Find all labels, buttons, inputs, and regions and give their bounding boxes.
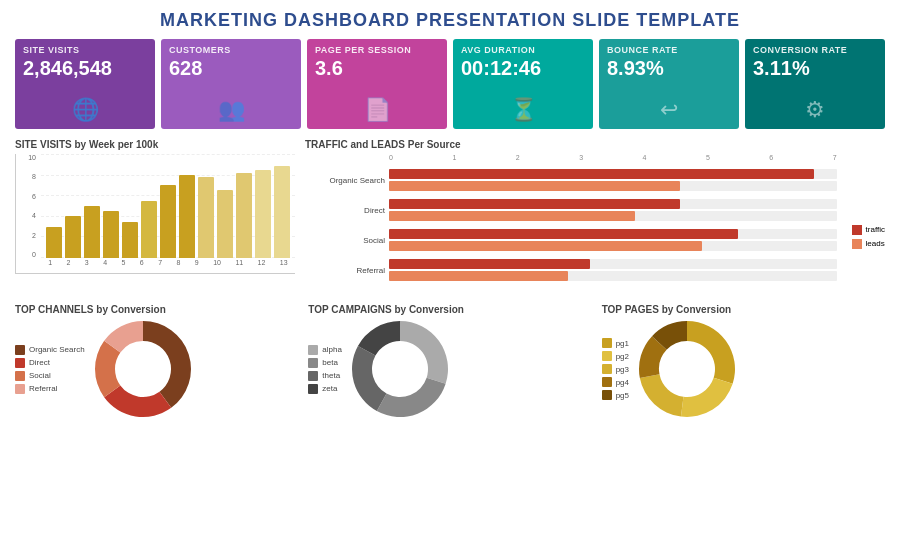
bar xyxy=(122,222,138,258)
h-bar-traffic-fill xyxy=(389,229,738,239)
page-title: MARKETING DASHBOARD PRESENTATION SLIDE T… xyxy=(15,10,885,31)
kpi-label: CONVERSION RATE xyxy=(753,45,877,55)
legend-label: theta xyxy=(322,371,340,380)
h-bar-traffic-track xyxy=(389,169,837,179)
kpi-card-site-visits: SITE VISITS 2,846,548 🌐 xyxy=(15,39,155,129)
h-bar-row: Direct xyxy=(305,199,837,221)
charts-row: SITE VISITS by Week per 100k 0246810 123… xyxy=(15,139,885,294)
donut-legend-item: Organic Search xyxy=(15,345,85,355)
y-label: 10 xyxy=(16,154,38,161)
kpi-card-conversion-rate: CONVERSION RATE 3.11% ⚙ xyxy=(745,39,885,129)
legend-color xyxy=(15,371,25,381)
x-label: 4 xyxy=(103,259,107,273)
legend-color xyxy=(15,358,25,368)
legend-label: traffic xyxy=(866,225,885,234)
h-bar-traffic-fill xyxy=(389,199,680,209)
legend-label: leads xyxy=(866,239,885,248)
donut-legend-item: pg4 xyxy=(602,377,629,387)
kpi-label: BOUNCE RATE xyxy=(607,45,731,55)
legend-color xyxy=(308,345,318,355)
h-axis-label: 1 xyxy=(452,154,456,161)
h-bar-label: Social xyxy=(305,236,385,245)
h-axis-label: 6 xyxy=(769,154,773,161)
donut-legend-item: theta xyxy=(308,371,342,381)
h-bar-label: Direct xyxy=(305,206,385,215)
y-label: 6 xyxy=(16,193,38,200)
h-bar-leads-fill xyxy=(389,211,635,221)
kpi-value: 00:12:46 xyxy=(461,57,585,79)
legend-color xyxy=(308,371,318,381)
h-bar-chart: Organic Search Direct Social xyxy=(305,164,837,294)
y-axis-labels: 0246810 xyxy=(16,154,38,258)
donut-legend: pg1 pg2 pg3 pg4 pg5 xyxy=(602,338,629,400)
bar-chart-section: SITE VISITS by Week per 100k 0246810 123… xyxy=(15,139,295,294)
h-bar-row: Referral xyxy=(305,259,837,281)
donut-container: pg1 pg2 pg3 pg4 pg5 xyxy=(602,319,885,419)
legend-label: pg2 xyxy=(616,352,629,361)
bar xyxy=(255,170,271,258)
donut-title: TOP CHANNELS by Conversion xyxy=(15,304,298,315)
legend-color-box xyxy=(852,225,862,235)
donut-legend-item: Referral xyxy=(15,384,85,394)
h-bar-chart-title: TRAFFIC and LEADS Per Source xyxy=(305,139,837,150)
bar-chart-bars xyxy=(41,154,295,258)
legend-label: zeta xyxy=(322,384,337,393)
kpi-card-page-per-session: PAGE PER SESSION 3.6 📄 xyxy=(307,39,447,129)
donut-legend-item: beta xyxy=(308,358,342,368)
legend-label: pg3 xyxy=(616,365,629,374)
donut-legend-item: pg3 xyxy=(602,364,629,374)
bar xyxy=(160,185,176,258)
donut-legend-item: zeta xyxy=(308,384,342,394)
x-label: 6 xyxy=(140,259,144,273)
bar xyxy=(198,177,214,258)
h-bar-traffic-fill xyxy=(389,169,814,179)
kpi-value: 8.93% xyxy=(607,57,731,79)
legend-label: beta xyxy=(322,358,338,367)
kpi-label: SITE VISITS xyxy=(23,45,147,55)
kpi-icon: ↩ xyxy=(660,97,678,123)
bar-chart-title: SITE VISITS by Week per 100k xyxy=(15,139,295,150)
legend-color xyxy=(15,345,25,355)
h-bar-leads-track xyxy=(389,241,837,251)
h-bar-leads-fill xyxy=(389,271,568,281)
legend-label: Social xyxy=(29,371,51,380)
bar xyxy=(274,166,290,258)
donut-svg xyxy=(637,319,737,419)
h-bar-leads-track xyxy=(389,271,837,281)
h-bar-chart-section: TRAFFIC and LEADS Per Source 01234567 Or… xyxy=(305,139,837,294)
bar-chart: 0246810 12345678910111213 xyxy=(15,154,295,274)
kpi-icon: ⚙ xyxy=(805,97,825,123)
h-bar-axis: 01234567 xyxy=(389,154,837,161)
donut-section-top-pages: TOP PAGES by Conversion pg1 pg2 pg3 pg4 … xyxy=(602,304,885,419)
legend-color-box xyxy=(852,239,862,249)
bar xyxy=(65,216,81,258)
kpi-label: PAGE PER SESSION xyxy=(315,45,439,55)
bar xyxy=(236,173,252,258)
traffic-legend-item: leads xyxy=(852,239,885,249)
legend-color xyxy=(602,338,612,348)
kpi-label: CUSTOMERS xyxy=(169,45,293,55)
x-label: 13 xyxy=(280,259,288,273)
donut-container: alpha beta theta zeta xyxy=(308,319,591,419)
h-bar-wrap xyxy=(389,259,837,281)
h-axis-label: 3 xyxy=(579,154,583,161)
legend-label: pg1 xyxy=(616,339,629,348)
legend-color xyxy=(602,377,612,387)
bar xyxy=(141,201,157,258)
legend-label: Organic Search xyxy=(29,345,85,354)
h-bar-leads-fill xyxy=(389,181,680,191)
x-label: 1 xyxy=(48,259,52,273)
legend-label: pg4 xyxy=(616,378,629,387)
donut-svg xyxy=(93,319,193,419)
donut-legend-item: pg5 xyxy=(602,390,629,400)
donut-legend: alpha beta theta zeta xyxy=(308,345,342,394)
x-axis-labels: 12345678910111213 xyxy=(41,259,295,273)
y-label: 8 xyxy=(16,173,38,180)
donut-svg xyxy=(350,319,450,419)
legend-color xyxy=(602,364,612,374)
x-label: 7 xyxy=(158,259,162,273)
donut-container: Organic Search Direct Social Referral xyxy=(15,319,298,419)
traffic-legend-item: traffic xyxy=(852,225,885,235)
kpi-card-customers: CUSTOMERS 628 👥 xyxy=(161,39,301,129)
h-bar-label: Organic Search xyxy=(305,176,385,185)
